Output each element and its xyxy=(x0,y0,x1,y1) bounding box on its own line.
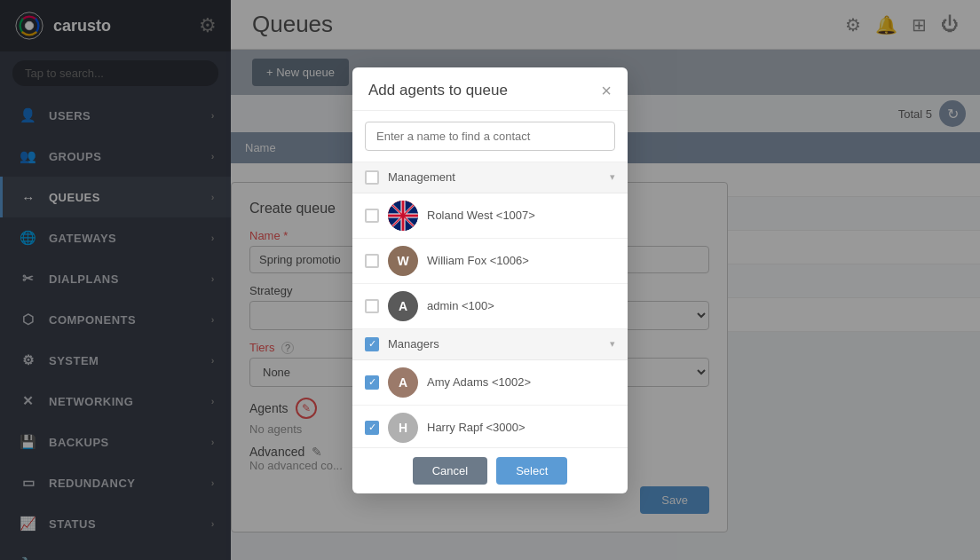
cancel-button[interactable]: Cancel xyxy=(413,457,487,485)
avatar: A xyxy=(388,291,418,321)
chevron-down-icon: ▾ xyxy=(610,338,615,350)
avatar xyxy=(388,201,418,231)
contact-checkbox[interactable] xyxy=(365,299,379,313)
contact-roland-west: Roland West <1007> xyxy=(352,193,628,239)
modal-overlay[interactable]: Add agents to queue × Management ▾ xyxy=(0,0,980,560)
avatar: W xyxy=(388,246,418,276)
group-management-checkbox[interactable] xyxy=(365,170,379,185)
contact-name: Roland West <1007> xyxy=(427,209,615,222)
group-managers-label: Managers xyxy=(388,337,601,351)
avatar: A xyxy=(388,367,418,398)
group-management[interactable]: Management ▾ xyxy=(352,162,628,193)
contact-harry-rapf: ✓ H Harry Rapf <3000> xyxy=(352,406,628,447)
contact-william-fox: W William Fox <1006> xyxy=(352,239,628,284)
modal-header: Add agents to queue × xyxy=(352,67,628,111)
contact-checkbox[interactable]: ✓ xyxy=(365,421,379,435)
contact-search-input[interactable] xyxy=(365,122,615,151)
contact-admin: A admin <100> xyxy=(352,284,628,329)
group-managers[interactable]: ✓ Managers ▾ xyxy=(352,329,628,360)
select-button[interactable]: Select xyxy=(496,457,567,485)
contact-name: admin <100> xyxy=(427,299,615,312)
contact-checkbox[interactable]: ✓ xyxy=(365,375,379,390)
modal-title: Add agents to queue xyxy=(368,82,508,99)
contact-checkbox[interactable] xyxy=(365,254,379,268)
modal-footer: Cancel Select xyxy=(352,447,628,493)
modal-body: Management ▾ Roland West <1007> xyxy=(352,162,628,447)
modal-close-button[interactable]: × xyxy=(601,82,612,99)
contact-checkbox[interactable] xyxy=(365,209,379,223)
group-managers-checkbox[interactable]: ✓ xyxy=(365,337,379,351)
contact-name: Harry Rapf <3000> xyxy=(427,421,615,434)
contact-name: Amy Adams <1002> xyxy=(427,375,615,389)
avatar: H xyxy=(388,413,418,443)
add-agents-modal: Add agents to queue × Management ▾ xyxy=(352,67,628,493)
group-management-label: Management xyxy=(388,170,601,184)
contact-name: William Fox <1006> xyxy=(427,254,615,267)
modal-search-area xyxy=(352,111,628,162)
chevron-down-icon: ▾ xyxy=(610,171,615,183)
contact-amy-adams: ✓ A Amy Adams <1002> xyxy=(352,360,628,406)
